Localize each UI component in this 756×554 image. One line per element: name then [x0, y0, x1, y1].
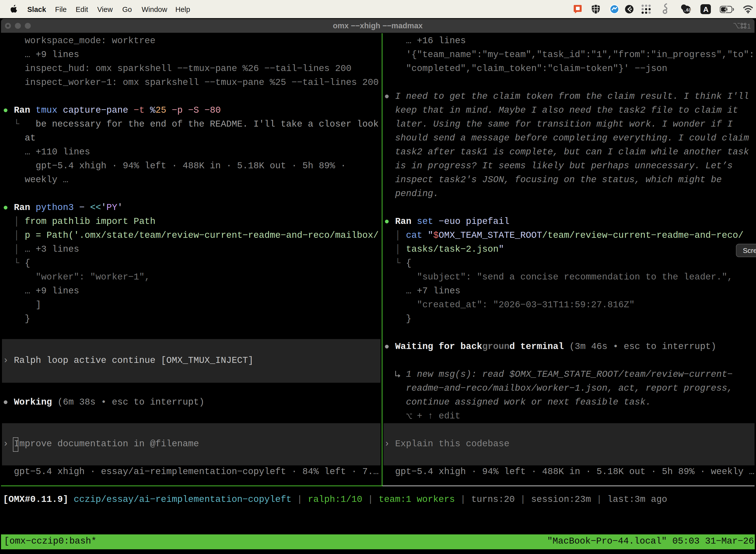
svg-text:A: A — [703, 5, 709, 13]
svg-text:1: 1 — [747, 22, 751, 30]
svg-text:..61: ..61 — [684, 8, 691, 12]
